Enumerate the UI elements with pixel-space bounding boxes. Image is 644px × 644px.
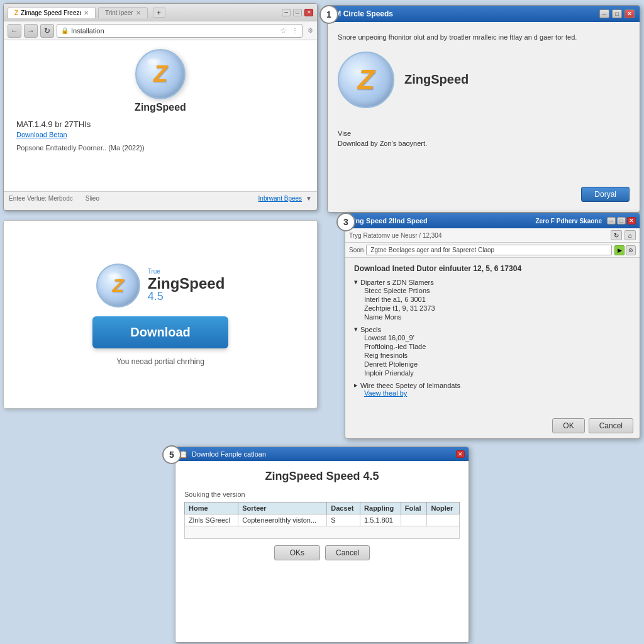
panel2-close[interactable]: ✕	[625, 9, 635, 18]
panel2-logo-row: Z ZingSpeed	[338, 52, 630, 108]
browser-download-link[interactable]: Download Betan	[16, 131, 67, 138]
col-rappling: Rappling	[360, 502, 401, 514]
center-name-col: True ZingSpeed 4.5	[148, 268, 225, 303]
status-right-link[interactable]: Inbrwant Bpees	[258, 195, 303, 202]
panel2-titlebar: IM Circle Speeds ─ □ ✕	[328, 6, 640, 22]
panel3-item1-1: Interl the a1, 6 3001	[354, 295, 631, 304]
browser-toolbar: ← → ↻ 🔒 Installation ☆ ⋮ ⚙	[4, 21, 317, 40]
address-bar[interactable]: 🔒 Installation ☆ ⋮	[57, 24, 303, 38]
panel3-section1: ▾ Diparter s ZDN Slamers Stecc Spiecte P…	[354, 278, 631, 321]
panel3-toggle3[interactable]: ▸ Wire theec Spetey of Ielmandats	[354, 381, 631, 389]
logo-area: Z ZingSpeed	[16, 49, 304, 113]
back-btn[interactable]: ←	[8, 24, 21, 38]
panel2-title: IM Circle Speeds	[333, 9, 393, 18]
bubble-shine	[147, 58, 160, 65]
panel3-refresh-btn[interactable]: ↻	[611, 230, 622, 240]
panel5-close[interactable]: ✕	[456, 450, 465, 458]
tab2-label: Trint ipeer	[105, 9, 133, 16]
center-download-btn[interactable]: Download	[92, 316, 228, 348]
download-fangle-dialog: 📋 Downlod Fanple catloan ✕ ZingSpeed Spe…	[175, 447, 469, 643]
panel2-content: Snore unpeoing fhonitor olut and by troa…	[328, 22, 640, 212]
panel2-appname: ZingSpeed	[404, 72, 469, 87]
panel3-address[interactable]: Zgtne Beelages ager and for Sapreret Cla…	[366, 245, 612, 255]
panel3-stop-btn[interactable]: ⊙	[626, 245, 636, 255]
menu-icon[interactable]: ⋮	[292, 27, 298, 34]
col-nopler: Nopler	[427, 502, 460, 514]
table-row-empty	[185, 526, 460, 539]
close-btn[interactable]: ✕	[304, 9, 313, 16]
forward-btn[interactable]: →	[24, 24, 38, 38]
center-download-area: Z True ZingSpeed 4.5 Download You neoad …	[3, 220, 318, 409]
logo-bubble: Z	[135, 49, 186, 99]
panel3-item2-3: Denrett Ptolenige	[354, 360, 631, 369]
panel5-titlebar: 📋 Downlod Fanple catloan ✕	[175, 447, 469, 461]
panel2-maximize[interactable]: □	[612, 9, 622, 18]
table-row-0[interactable]: Zlnls SGreecl Copteneerolthly viston... …	[185, 514, 460, 526]
panel2-ok-btn[interactable]: Doryal	[581, 187, 630, 202]
panel3-item1-2: Zechtpie t1, 9, 31 2373	[354, 304, 631, 313]
tab1-close[interactable]: ✕	[84, 9, 89, 16]
panel5-finding: Souking the version	[184, 491, 460, 498]
panel3-home-btn[interactable]: ⌂	[625, 230, 636, 240]
status-left: Entee Verlue: Merbodc	[9, 195, 73, 202]
cell-sorteer-0: Copteneerolthly viston...	[238, 514, 327, 526]
panel3-section2-label: Specls	[360, 326, 381, 333]
panel5-cancel-btn[interactable]: Cancel	[325, 545, 370, 560]
center-bubble-shine	[108, 272, 121, 280]
panel5-ok-btn[interactable]: OKs	[274, 545, 320, 560]
browser-statusbar: Entee Verlue: Merbodc Slieo Inbrwant Bpe…	[4, 191, 317, 205]
panel2-downloadby: Download by Zon's baoynert.	[338, 140, 630, 147]
panel3-close[interactable]: ✕	[627, 217, 636, 225]
panel3-item1-0: Stecc Spiecte Prtions	[354, 286, 631, 295]
panel2-vise: Vise	[338, 130, 630, 137]
zingspeed-speed-dialog: VIng Speed 2IInd Speed Zero F Pdherv Ska…	[345, 213, 640, 439]
im-circle-speeds-dialog: IM Circle Speeds ─ □ ✕ Snore unpeoing fh…	[327, 5, 640, 213]
center-logo-row: Z True ZingSpeed 4.5	[96, 264, 225, 308]
center-logo-bubble: Z	[96, 264, 140, 308]
center-desc: You neoad portial chrrhing	[116, 357, 204, 366]
panel3-maximize[interactable]: □	[617, 217, 626, 225]
panel3-item1-3: Name Mons	[354, 313, 631, 321]
new-tab-btn[interactable]: +	[153, 8, 165, 18]
panel3-ok-btn[interactable]: OK	[552, 418, 584, 433]
browser-desc-text: Popsone Enttatedly Poorner.. (Ma (2022))	[16, 144, 145, 152]
browser-tab-active[interactable]: Z Zimage Speed Freeze.one ✕	[8, 7, 96, 18]
panel3-header: Download Ineted Dutor einfuuter 12, 5, 6…	[354, 264, 631, 273]
panel3-go-btn[interactable]: ▶	[614, 245, 625, 255]
col-sorteer: Sorteer	[238, 502, 327, 514]
panel3-toggle2[interactable]: ▾ Specls	[354, 325, 631, 333]
step-5-circle: 5	[162, 445, 181, 464]
browser-tab-inactive[interactable]: Trint ipeer ✕	[98, 7, 148, 18]
panel3-address-row: Soon Zgtne Beelages ager and for Saprere…	[345, 243, 640, 258]
panel3-item2-2: Reig fnesinols	[354, 351, 631, 360]
step-1-circle: 1	[319, 5, 338, 24]
address-text: Installation	[71, 27, 104, 35]
tab2-close[interactable]: ✕	[136, 9, 141, 16]
refresh-btn[interactable]: ↻	[40, 24, 54, 38]
panel5-btn-row: OKs Cancel	[184, 545, 460, 560]
step-3-circle: 3	[336, 213, 355, 231]
minimize-btn[interactable]: ─	[282, 9, 291, 16]
panel3-toggle1[interactable]: ▾ Diparter s ZDN Slamers	[354, 278, 631, 286]
center-version-prefix: True	[148, 268, 225, 275]
panel5-table: Home Sorteer Dacset Rappling Folal Nople…	[184, 502, 460, 539]
panel3-cancel-btn[interactable]: Cancel	[589, 418, 633, 433]
panel5-appname: ZingSpeed Speed 4.5	[184, 470, 460, 483]
panel3-item2-0: Lowest 16,00_9'	[354, 333, 631, 342]
panel2-minimize[interactable]: ─	[599, 9, 609, 18]
status-middle: Slieo	[86, 195, 99, 202]
version-text: MAT.1.4.9 br 27THIs	[16, 119, 304, 129]
panel3-section2: ▾ Specls Lowest 16,00_9' Proftloing.-led…	[354, 325, 631, 377]
panel3-section3-link[interactable]: Vaew theal by	[354, 389, 631, 397]
tab1-label: Zimage Speed Freeze.one	[21, 9, 81, 16]
lock-icon: 🔒	[61, 27, 69, 34]
cell-nopler-0	[427, 514, 460, 526]
cell-rappling-0: 1.5.1.801	[360, 514, 401, 526]
panel2-desc: Snore unpeoing fhonitor olut and by troa…	[338, 32, 630, 43]
tab-favicon: Z	[14, 9, 18, 16]
panel3-minimize[interactable]: ─	[607, 217, 616, 225]
maximize-btn[interactable]: □	[293, 9, 302, 16]
star-icon[interactable]: ☆	[280, 26, 287, 35]
panel3-toolbar: Tryg Ratatomv ue Neusr / 12,304 ↻ ⌂	[345, 228, 640, 243]
settings-icon[interactable]: ⚙	[308, 27, 313, 34]
